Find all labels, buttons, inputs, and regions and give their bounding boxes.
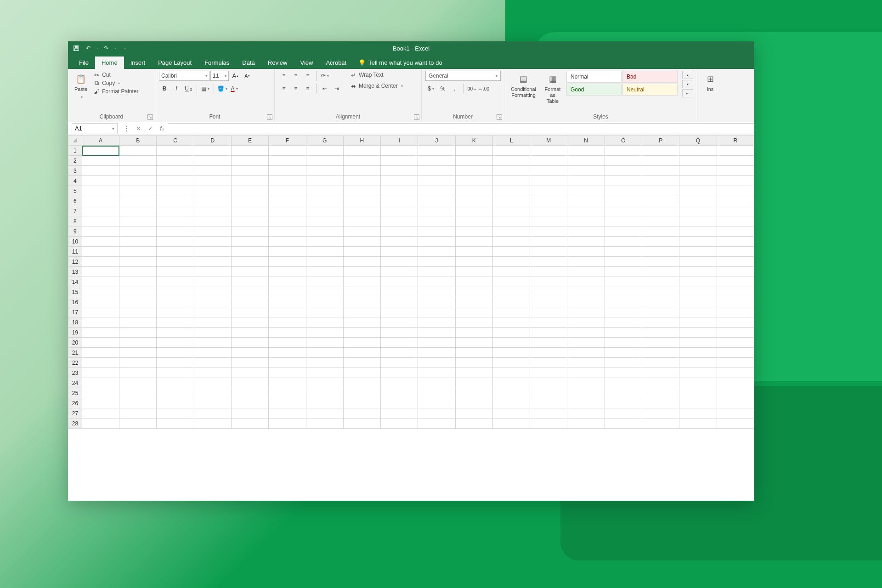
cell-O13[interactable] [605,267,642,277]
styles-scroll-up[interactable]: ▴ [682,71,693,79]
cell-A22[interactable] [82,358,119,368]
cell-P26[interactable] [642,398,679,408]
comma-format-button[interactable]: , [449,84,460,94]
cell-K6[interactable] [455,196,492,206]
cell-O27[interactable] [605,408,642,418]
cell-R28[interactable] [717,418,754,429]
cell-L23[interactable] [492,368,530,378]
cell-G2[interactable] [306,156,343,166]
cell-R8[interactable] [717,216,754,226]
cell-C7[interactable] [157,206,194,216]
cell-I19[interactable] [381,328,418,338]
cell-C19[interactable] [157,328,194,338]
cell-B5[interactable] [119,186,157,196]
cell-F2[interactable] [269,156,306,166]
tab-insert[interactable]: Insert [124,57,152,69]
cell-D13[interactable] [194,267,231,277]
cell-G18[interactable] [306,317,343,328]
column-header-C[interactable]: C [157,136,194,146]
cell-E28[interactable] [231,418,268,429]
cell-K15[interactable] [455,287,492,297]
cell-L22[interactable] [492,358,530,368]
cell-P21[interactable] [642,348,679,358]
row-header-4[interactable]: 4 [68,176,82,186]
cell-H22[interactable] [343,358,380,368]
cell-H17[interactable] [343,307,380,317]
cell-M3[interactable] [530,166,567,176]
cell-A9[interactable] [82,226,119,237]
cell-Q14[interactable] [679,277,717,287]
column-header-I[interactable]: I [381,136,418,146]
cell-B14[interactable] [119,277,157,287]
cell-G24[interactable] [306,378,343,388]
cell-B2[interactable] [119,156,157,166]
clipboard-dialog-launcher[interactable]: ↘ [147,114,153,120]
cell-K18[interactable] [455,317,492,328]
cell-A14[interactable] [82,277,119,287]
increase-decimal-button[interactable]: .00→ [466,84,477,94]
cell-F8[interactable] [269,216,306,226]
cell-J28[interactable] [418,418,455,429]
cell-P12[interactable] [642,257,679,267]
borders-button[interactable]: ▦ [200,84,211,94]
cell-B6[interactable] [119,196,157,206]
cell-F15[interactable] [269,287,306,297]
cell-C13[interactable] [157,267,194,277]
undo-icon[interactable]: ↶ [85,45,92,52]
cell-I5[interactable] [381,186,418,196]
formula-input[interactable] [168,123,754,134]
cell-F21[interactable] [269,348,306,358]
cell-M15[interactable] [530,287,567,297]
cell-M20[interactable] [530,338,567,348]
cell-J24[interactable] [418,378,455,388]
tell-me-search[interactable]: 💡 Tell me what you want to do [353,57,447,69]
cell-A8[interactable] [82,216,119,226]
row-header-16[interactable]: 16 [68,297,82,307]
cell-L2[interactable] [492,156,530,166]
cell-A4[interactable] [82,176,119,186]
cell-L11[interactable] [492,247,530,257]
italic-button[interactable]: I [171,84,182,94]
cell-I1[interactable] [381,146,418,156]
align-right-button[interactable]: ≡ [302,84,313,94]
cell-D4[interactable] [194,176,231,186]
cell-N28[interactable] [567,418,605,429]
cell-L21[interactable] [492,348,530,358]
cell-D3[interactable] [194,166,231,176]
number-dialog-launcher[interactable]: ↘ [497,114,502,120]
cell-F5[interactable] [269,186,306,196]
cell-C5[interactable] [157,186,194,196]
cell-B17[interactable] [119,307,157,317]
style-normal[interactable]: Normal [566,71,622,83]
cell-D17[interactable] [194,307,231,317]
cell-Q11[interactable] [679,247,717,257]
cell-B16[interactable] [119,297,157,307]
cell-B4[interactable] [119,176,157,186]
cell-P24[interactable] [642,378,679,388]
cell-A19[interactable] [82,328,119,338]
decrease-font-button[interactable]: A▾ [242,71,253,81]
cell-E13[interactable] [231,267,268,277]
cell-Q22[interactable] [679,358,717,368]
cell-D27[interactable] [194,408,231,418]
column-header-N[interactable]: N [567,136,605,146]
cell-E14[interactable] [231,277,268,287]
cell-I8[interactable] [381,216,418,226]
cell-Q25[interactable] [679,388,717,398]
cell-B15[interactable] [119,287,157,297]
cell-L1[interactable] [492,146,530,156]
cell-G14[interactable] [306,277,343,287]
cell-R5[interactable] [717,186,754,196]
column-header-P[interactable]: P [642,136,679,146]
cell-I15[interactable] [381,287,418,297]
wrap-text-button[interactable]: ↵Wrap Text [350,71,403,79]
cell-P9[interactable] [642,226,679,237]
cell-D14[interactable] [194,277,231,287]
number-format-select[interactable]: General▾ [425,71,501,81]
cell-D8[interactable] [194,216,231,226]
cell-P17[interactable] [642,307,679,317]
cell-F4[interactable] [269,176,306,186]
cell-O4[interactable] [605,176,642,186]
cell-K21[interactable] [455,348,492,358]
cell-M27[interactable] [530,408,567,418]
